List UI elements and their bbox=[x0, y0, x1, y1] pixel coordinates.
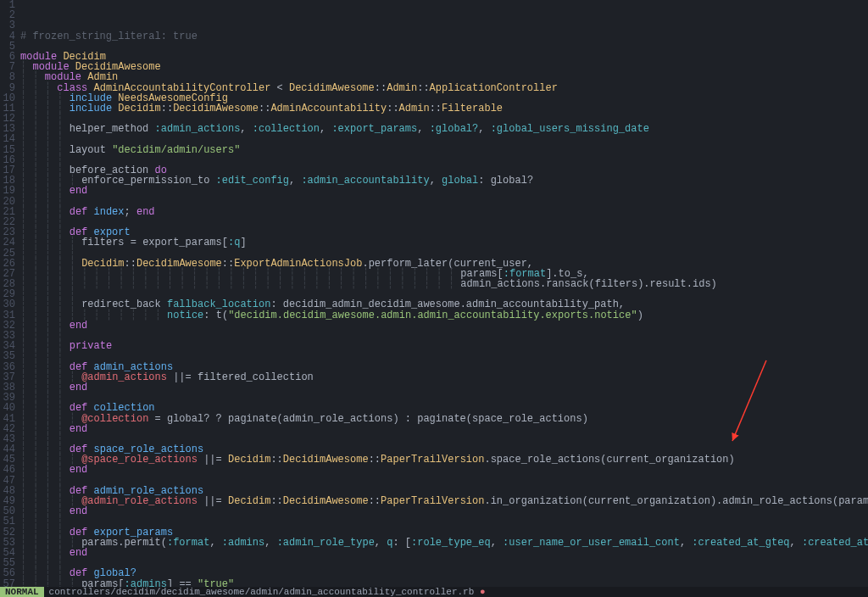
line-number: 20 bbox=[0, 197, 15, 207]
line-number: 40 bbox=[0, 403, 15, 413]
line-number: 9 bbox=[0, 83, 15, 93]
code-line[interactable]: ┆ ┆ ┆ ┆ ┆ enforce_permission_to :edit_co… bbox=[20, 176, 868, 186]
line-number: 56 bbox=[0, 568, 15, 578]
line-number: 51 bbox=[0, 516, 15, 527]
code-line[interactable]: ┆ ┆ ┆ ┆ end bbox=[20, 548, 868, 558]
code-line[interactable]: ┆ ┆ ┆ ┆ end bbox=[20, 424, 868, 434]
code-line[interactable]: ┆ ┆ ┆ ┆ ┆ @collection = global? ? pagina… bbox=[20, 414, 868, 424]
line-number: 41 bbox=[0, 414, 15, 424]
code-line[interactable]: ┆ ┆ ┆ ┆ bbox=[20, 217, 868, 227]
line-number: 19 bbox=[0, 186, 15, 196]
code-line[interactable] bbox=[20, 42, 868, 52]
line-number: 24 bbox=[0, 237, 15, 248]
code-line[interactable]: ┆ ┆ ┆ ┆ ┆ params.permit(:format, :admins… bbox=[20, 538, 868, 548]
code-line[interactable]: ┆ ┆ ┆ ┆ private bbox=[20, 341, 868, 351]
code-line[interactable]: ┆ ┆ ┆ ┆ bbox=[20, 331, 868, 341]
code-line[interactable]: ┆ ┆ ┆ ┆ def index; end bbox=[20, 207, 868, 217]
code-line[interactable]: ┆ ┆ ┆ ┆ ┆ ┆ ┆ ┆ ┆ ┆ ┆ ┆ notice: t("decid… bbox=[20, 310, 868, 321]
code-line[interactable]: ┆ ┆ ┆ ┆ ┆ @admin_role_actions ||= Decidi… bbox=[20, 496, 868, 506]
line-number: 4 bbox=[0, 31, 15, 42]
line-number: 31 bbox=[0, 310, 15, 321]
line-number-gutter: 1234567891011121314151617181920212223242… bbox=[0, 0, 20, 587]
status-bar: NORMAL controllers/decidim/decidim_aweso… bbox=[0, 587, 868, 597]
code-line[interactable]: ┆ ┆ ┆ ┆ end bbox=[20, 382, 868, 393]
line-number: 36 bbox=[0, 362, 15, 372]
code-line[interactable]: ┆ ┆ ┆ ┆ layout "decidim/admin/users" bbox=[20, 145, 868, 155]
line-number: 47 bbox=[0, 476, 15, 486]
vim-mode-indicator: NORMAL bbox=[0, 587, 44, 597]
line-number: 25 bbox=[0, 248, 15, 259]
line-number: 15 bbox=[0, 145, 15, 155]
code-line[interactable]: ┆ ┆ ┆ ┆ end bbox=[20, 465, 868, 475]
code-line[interactable]: ┆ ┆ ┆ ┆ end bbox=[20, 506, 868, 516]
line-number: 35 bbox=[0, 351, 15, 361]
code-line[interactable]: # frozen_string_literal: true bbox=[20, 31, 868, 42]
code-line[interactable]: ┆ module DecidimAwesome bbox=[20, 62, 868, 72]
line-number: 8 bbox=[0, 72, 15, 82]
code-line[interactable]: ┆ ┆ ┆ ┆ bbox=[20, 558, 868, 568]
code-line[interactable]: ┆ ┆ ┆ ┆ end bbox=[20, 186, 868, 196]
line-number: 30 bbox=[0, 299, 15, 310]
line-number: 46 bbox=[0, 465, 15, 475]
code-line[interactable]: ┆ ┆ ┆ ┆ helper_method :admin_actions, :c… bbox=[20, 124, 868, 134]
line-number: 57 bbox=[0, 579, 15, 588]
code-area[interactable]: # frozen_string_literal: truemodule Deci… bbox=[20, 0, 868, 587]
line-number: 3 bbox=[0, 20, 15, 31]
code-line[interactable]: ┆ ┆ ┆ ┆ ┆ @admin_actions ||= filtered_co… bbox=[20, 372, 868, 382]
code-line[interactable]: ┆ ┆ ┆ ┆ end bbox=[20, 321, 868, 331]
line-number: 14 bbox=[0, 134, 15, 144]
code-line[interactable]: ┆ ┆ ┆ ┆ ┆ params[:admins] == "true" bbox=[20, 579, 868, 587]
code-line[interactable]: ┆ ┆ ┆ ┆ ┆ filters = export_params[:q] bbox=[20, 237, 868, 248]
code-line[interactable]: ┆ ┆ ┆ ┆ ┆ ┆ ┆ ┆ ┆ ┆ ┆ ┆ ┆ ┆ ┆ ┆ ┆ ┆ ┆ ┆ … bbox=[20, 279, 868, 289]
line-number: 52 bbox=[0, 527, 15, 538]
code-line[interactable]: ┆ ┆ ┆ ┆ ┆ @space_role_actions ||= Decidi… bbox=[20, 455, 868, 465]
filepath-indicator: controllers/decidim/decidim_awesome/admi… bbox=[44, 587, 491, 597]
code-line[interactable]: ┆ ┆ ┆ ┆ include Decidim::DecidimAwesome:… bbox=[20, 103, 868, 114]
editor-viewport[interactable]: 1234567891011121314151617181920212223242… bbox=[0, 0, 868, 587]
modified-indicator: ● bbox=[480, 587, 486, 597]
